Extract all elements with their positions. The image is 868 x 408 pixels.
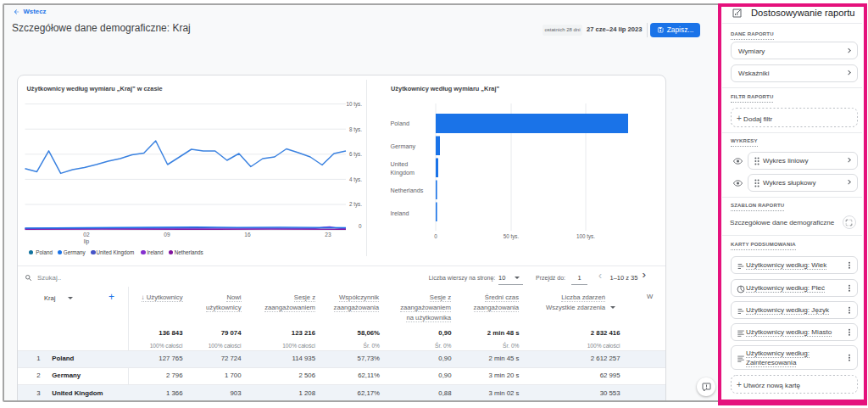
svg-text:100 tys.: 100 tys. bbox=[576, 233, 595, 240]
svg-text:Poland: Poland bbox=[391, 120, 409, 127]
svg-text:2 tys.: 2 tys. bbox=[349, 201, 362, 208]
svg-text:0: 0 bbox=[359, 223, 362, 229]
svg-text:02: 02 bbox=[83, 232, 90, 238]
svg-text:Netherlands: Netherlands bbox=[391, 187, 424, 194]
svg-text:lip: lip bbox=[84, 238, 90, 245]
svg-text:23: 23 bbox=[325, 232, 331, 238]
svg-text:Ireland: Ireland bbox=[391, 210, 409, 217]
svg-text:16: 16 bbox=[244, 232, 251, 238]
svg-text:8 tys.: 8 tys. bbox=[349, 126, 362, 133]
svg-text:Kingdom: Kingdom bbox=[391, 169, 415, 176]
svg-text:4 tys.: 4 tys. bbox=[349, 176, 362, 183]
svg-text:50 tys.: 50 tys. bbox=[504, 233, 520, 240]
svg-text:10 tys.: 10 tys. bbox=[346, 101, 362, 108]
svg-text:United: United bbox=[391, 160, 409, 168]
svg-text:Germany: Germany bbox=[391, 143, 416, 150]
svg-text:0: 0 bbox=[434, 233, 437, 239]
svg-text:6 tys.: 6 tys. bbox=[349, 151, 362, 158]
svg-text:09: 09 bbox=[164, 232, 170, 238]
